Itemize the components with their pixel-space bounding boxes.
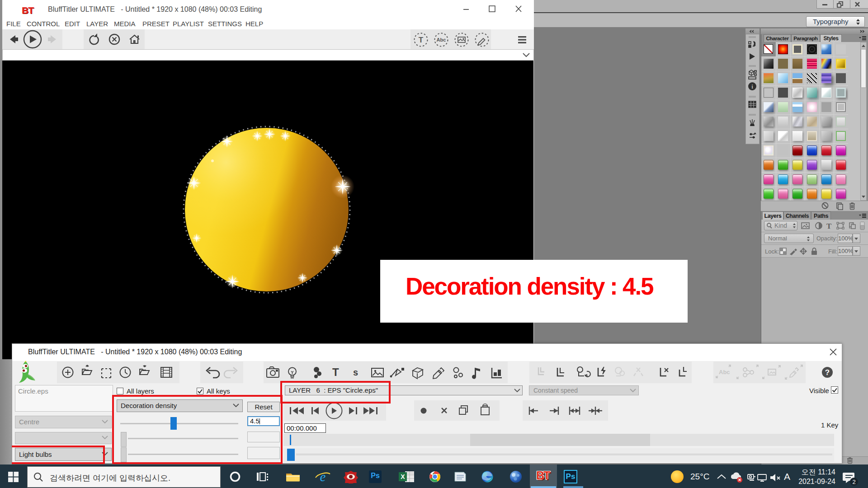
- svg-text:Abc: Abc: [437, 37, 446, 42]
- svg-text:X: X: [401, 473, 405, 480]
- svg-text:e: e: [320, 470, 326, 483]
- svg-text:Kind: Kind: [774, 222, 787, 229]
- svg-text:T: T: [419, 36, 424, 44]
- svg-text:s: s: [353, 367, 358, 377]
- svg-text:Abc: Abc: [719, 369, 730, 375]
- svg-text:?: ?: [825, 368, 830, 377]
- svg-text:T: T: [332, 366, 339, 378]
- svg-text:T: T: [826, 222, 832, 230]
- svg-text:i: i: [751, 83, 753, 90]
- svg-text:2: 2: [852, 479, 855, 485]
